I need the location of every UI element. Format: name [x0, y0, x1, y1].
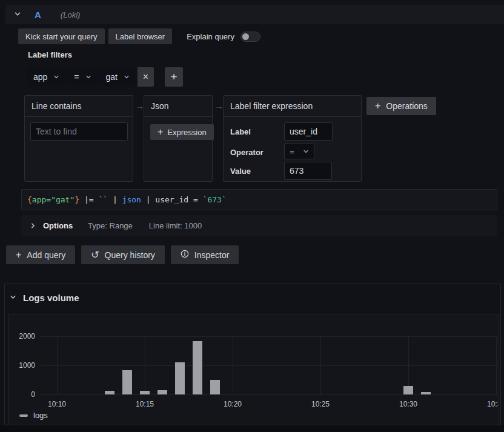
chevron-down-icon[interactable]: [10, 292, 16, 303]
explain-query-toggle[interactable]: [240, 32, 260, 42]
gridline-vertical: [233, 336, 233, 395]
chevron-down-icon[interactable]: [14, 9, 21, 20]
filter-value-value: gat: [106, 72, 118, 82]
add-query-button[interactable]: + Add query: [6, 245, 75, 264]
plus-icon: +: [16, 250, 21, 261]
query-token: json: [122, 195, 141, 204]
query-token: {: [27, 195, 32, 204]
inspector-button[interactable]: Inspector: [171, 245, 239, 264]
gridline-vertical: [496, 336, 497, 395]
x-axis-tick-label: 10:10: [44, 400, 70, 408]
add-operations-button[interactable]: + Operations: [366, 97, 436, 115]
info-circle-icon: [181, 250, 189, 260]
logs-volume-bar: [105, 391, 114, 394]
close-icon: ×: [143, 71, 148, 82]
gridline-horizontal: [41, 365, 499, 366]
label-field-input[interactable]: [284, 122, 333, 141]
plus-icon: +: [375, 101, 380, 111]
query-history-button[interactable]: ↺ Query history: [81, 245, 165, 264]
options-label: Options: [43, 221, 73, 230]
query-token: app="gat": [32, 195, 75, 204]
plus-icon: +: [158, 127, 163, 138]
query-token: ``: [98, 195, 108, 204]
chevron-down-icon: [124, 74, 130, 80]
options-row[interactable]: Options Type: Range Line limit: 1000: [21, 215, 497, 236]
operator-select[interactable]: =: [284, 144, 314, 159]
query-row-header[interactable]: A (Loki): [5, 5, 504, 24]
chevron-down-icon: [85, 74, 91, 80]
label-field-name: Label: [230, 127, 251, 136]
operation-title: Label filter expression: [224, 96, 361, 117]
add-expression-button[interactable]: + Expression: [150, 124, 214, 140]
x-axis-tick-label: 10:25: [307, 400, 334, 408]
x-axis-tick-label: 10:35: [483, 400, 499, 408]
filter-operator-value: =: [74, 72, 79, 82]
chevron-down-icon: [303, 148, 309, 155]
options-line-limit-meta: Line limit: 1000: [149, 221, 202, 230]
query-token: |: [108, 195, 122, 204]
query-token: |=: [79, 195, 98, 204]
logs-volume-header[interactable]: Logs volume: [10, 292, 79, 303]
operator-value: =: [290, 147, 294, 156]
logs-volume-chart: logs 01000200010:1010:1510:2010:2510:301…: [8, 314, 499, 425]
remove-filter-button[interactable]: ×: [138, 67, 154, 87]
legend-item-logs[interactable]: logs: [19, 411, 48, 420]
value-field-name: Value: [230, 167, 251, 176]
explore-actions: + Add query ↺ Query history Inspector: [6, 245, 239, 264]
options-type-meta: Type: Range: [88, 221, 133, 230]
logs-volume-bar: [210, 380, 220, 394]
chevron-right-icon: [30, 221, 36, 231]
pipeline-arrow-icon: →: [214, 101, 224, 111]
query-ref-id: A: [35, 10, 41, 20]
gridline-vertical: [145, 336, 145, 395]
logs-volume-panel: Logs volume logs 01000200010:1010:1510:2…: [4, 284, 501, 425]
x-axis-tick-label: 10:20: [219, 400, 246, 408]
operation-title: Json: [144, 96, 212, 117]
y-axis-tick-label: 2000: [10, 332, 35, 341]
value-field-input[interactable]: [284, 162, 332, 180]
filter-value-select[interactable]: gat: [99, 67, 136, 87]
chevron-down-icon: [53, 74, 59, 80]
label-filters-row: app = gat × +: [27, 67, 183, 87]
logs-volume-title: Logs volume: [23, 293, 79, 303]
logs-volume-bar: [193, 341, 202, 394]
y-axis-tick-label: 0: [10, 390, 35, 399]
filter-label-select[interactable]: app: [27, 67, 66, 87]
filter-label-value: app: [33, 72, 47, 82]
pipeline-arrow-icon: →: [135, 101, 144, 111]
x-axis-tick-label: 10:15: [131, 400, 158, 408]
label-browser-button[interactable]: Label browser: [108, 28, 173, 44]
logs-volume-bar: [122, 370, 132, 394]
operator-field-name: Operator: [230, 148, 264, 157]
gridline-horizontal: [41, 394, 499, 395]
query-token: | user_id =: [141, 195, 203, 204]
logs-volume-bar: [140, 391, 150, 394]
gridline-vertical: [320, 336, 321, 395]
datasource-hint: (Loki): [61, 10, 81, 19]
grafana-explore-loki: { "query_header": { "ref_id": "A", "data…: [0, 0, 504, 432]
gridline-vertical: [57, 336, 58, 395]
query-toolbar: Kick start your query Label browser Expl…: [18, 28, 260, 44]
x-axis-tick-label: 10:30: [395, 400, 422, 408]
operation-card-line-contains: Line contains: [24, 95, 133, 182]
add-filter-button[interactable]: +: [165, 67, 183, 87]
logs-volume-bar: [175, 362, 185, 394]
kick-start-query-button[interactable]: Kick start your query: [18, 28, 105, 44]
operation-card-json: Json + Expression: [144, 95, 213, 182]
page-bottom-gutter: [0, 425, 504, 432]
operation-title: Line contains: [25, 96, 133, 117]
filter-operator-select[interactable]: =: [67, 67, 98, 87]
label-filters-title: Label filters: [28, 50, 72, 59]
query-preview: {app="gat"} |= `` | json | user_id = `67…: [21, 189, 497, 210]
logs-volume-bar: [403, 386, 413, 394]
legend-label: logs: [33, 411, 48, 420]
gridline-horizontal: [41, 336, 499, 337]
logs-volume-bar: [421, 392, 431, 394]
toggle-knob-icon: [242, 33, 249, 40]
query-expression: {app="gat"} |= `` | json | user_id = `67…: [27, 195, 227, 204]
y-axis-tick-label: 1000: [10, 361, 35, 370]
line-contains-input[interactable]: [30, 122, 128, 141]
plus-icon: +: [170, 70, 177, 84]
legend-swatch-icon: [19, 414, 28, 417]
logs-volume-bar: [158, 390, 167, 394]
